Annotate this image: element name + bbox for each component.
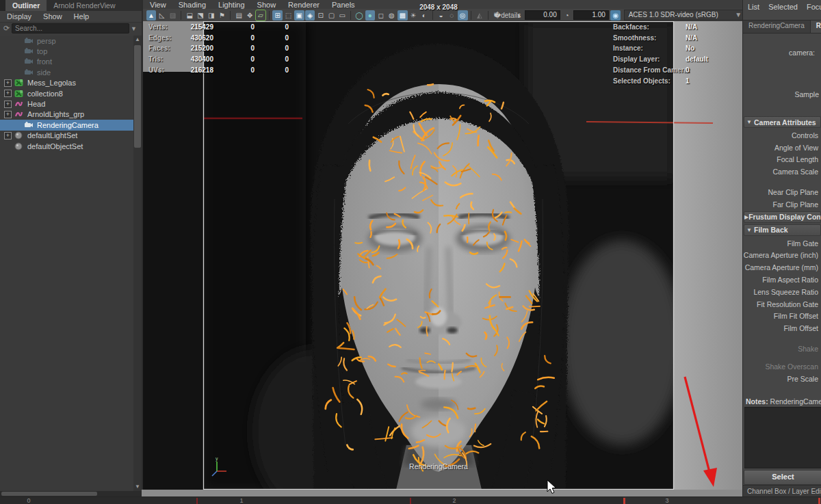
outliner-item-defaultobjectset[interactable]: defaultObjectSet: [0, 141, 133, 151]
ae-menu-focus[interactable]: Focus: [807, 3, 821, 11]
gate-mask-icon[interactable]: ◈: [305, 10, 315, 21]
attr-row-near-clip-plane[interactable]: Near Clip Plane: [743, 186, 821, 198]
attr-row-film-gate[interactable]: Film Gate: [743, 237, 821, 250]
camera-track-icon[interactable]: ⬔: [196, 10, 206, 21]
motion-blur-icon[interactable]: ◌: [447, 10, 457, 21]
item-label: side: [37, 68, 51, 77]
gamma-icon[interactable]: ◔: [562, 10, 572, 21]
attr-row-film-offset[interactable]: Film Offset: [743, 322, 821, 334]
outliner-vertical-scrollbar[interactable]: ▲ ▼: [133, 36, 142, 491]
attr-row-controls[interactable]: Controls: [743, 129, 821, 142]
scrollbar-handle[interactable]: [134, 45, 141, 148]
smooth-shade-icon[interactable]: ●: [365, 10, 376, 21]
ae-tab-rend[interactable]: Rend: [811, 21, 821, 33]
paint-select-icon[interactable]: ▨: [168, 10, 178, 21]
attr-row-fit-resolution-gate[interactable]: Fit Resolution Gate: [743, 298, 821, 310]
select-tool-icon[interactable]: ▲: [146, 10, 157, 21]
exposure-field[interactable]: 0.00: [525, 10, 560, 20]
resolution-gate-icon[interactable]: ▣: [294, 10, 304, 21]
lighting-icon[interactable]: ☀: [408, 10, 419, 21]
attr-row-shake[interactable]: Shake: [743, 343, 821, 355]
expand-icon[interactable]: +: [4, 111, 12, 118]
grid-icon[interactable]: ⊞: [272, 10, 283, 21]
outliner-item-collection8[interactable]: +collection8: [0, 88, 133, 98]
expand-icon[interactable]: +: [4, 101, 12, 108]
expand-icon[interactable]: +: [4, 132, 12, 140]
attr-row-focal-length[interactable]: Focal Length: [743, 154, 821, 166]
view-transform-dropdown[interactable]: ACES 1.0 SDR-video (sRGB)▼: [624, 10, 747, 21]
gamma-field[interactable]: 1.00: [573, 10, 608, 20]
section-header-film-back[interactable]: ▼Film Back: [744, 224, 821, 236]
outliner-item-persp[interactable]: persp: [0, 36, 133, 46]
notes-textarea[interactable]: [744, 407, 821, 468]
attr-row-angle-of-view[interactable]: Angle of View: [743, 142, 821, 154]
panel-grip[interactable]: [0, 0, 5, 11]
outliner-item-head[interactable]: +Head: [0, 98, 133, 109]
camera-dolly-icon[interactable]: ◨: [206, 10, 216, 21]
occlusion-icon[interactable]: ◒: [436, 10, 446, 21]
attr-row-film-fit-offset[interactable]: Film Fit Offset: [743, 310, 821, 323]
scroll-down-icon[interactable]: ▼: [133, 483, 142, 491]
field-chart-icon[interactable]: ⊡: [315, 10, 326, 21]
outliner-item-arnoldlights_grp[interactable]: +ArnoldLights_grp: [0, 109, 133, 120]
image-plane-icon[interactable]: ▤: [234, 10, 244, 21]
safe-title-icon[interactable]: ▭: [337, 10, 348, 21]
channel-box-layer-editor-button[interactable]: Channel Box / Layer Editor: [743, 485, 821, 497]
color-management-icon[interactable]: ◉: [610, 10, 621, 21]
bounding-box-icon[interactable]: ◻: [376, 10, 386, 21]
bookmark-icon[interactable]: ⚑: [217, 10, 227, 21]
outliner-menu-help[interactable]: Help: [74, 12, 90, 21]
isolate-select-icon[interactable]: ◭: [475, 10, 485, 21]
attr-row-lens-squeeze-ratio[interactable]: Lens Squeeze Ratio: [743, 286, 821, 298]
attr-row-film-aspect-ratio[interactable]: Film Aspect Ratio: [743, 274, 821, 286]
outliner-item-front[interactable]: front: [0, 57, 133, 67]
outliner-item-side[interactable]: side: [0, 67, 133, 77]
ae-menu-list[interactable]: List: [748, 3, 759, 11]
outliner-tab-outliner[interactable]: Outliner: [5, 0, 47, 11]
ae-menu-selected[interactable]: Selected: [768, 3, 798, 11]
anti-alias-icon[interactable]: ◎: [458, 10, 468, 21]
film-gate-icon[interactable]: ⬚: [283, 10, 294, 21]
multi-cam-icon[interactable]: �details: [502, 10, 512, 21]
safe-action-icon[interactable]: ▢: [326, 10, 337, 21]
attr-row-far-clip-plane[interactable]: Far Clip Plane: [743, 198, 821, 211]
expand-icon[interactable]: +: [4, 90, 12, 97]
select-button[interactable]: Select: [744, 470, 821, 485]
outliner-tab-arnold-renderview[interactable]: Arnold RenderView: [47, 0, 122, 11]
scrollbar-handle[interactable]: [1, 492, 97, 496]
section-header-camera-attributes[interactable]: ▼Camera Attributes: [744, 116, 821, 128]
textured-icon[interactable]: ◍: [387, 10, 397, 21]
outliner-item-top[interactable]: top: [0, 46, 133, 56]
scroll-up-icon[interactable]: ▲: [133, 36, 142, 44]
exposure-icon[interactable]: ◑: [513, 10, 523, 21]
outliner-item-mess_legolas[interactable]: +Mess_Legolas: [0, 78, 133, 88]
attr-row-camera-aperture-inch-[interactable]: Camera Aperture (inch): [743, 250, 821, 262]
expand-icon[interactable]: +: [4, 79, 12, 87]
filter-icon[interactable]: ⟳: [1, 24, 12, 33]
search-input[interactable]: [12, 23, 129, 34]
grease-pencil-icon[interactable]: ▱: [256, 10, 266, 21]
ae-tab-renderingcamera[interactable]: RenderingCamera: [743, 21, 811, 33]
time-slider[interactable]: 0123: [0, 496, 821, 504]
camera-tumble-icon[interactable]: ⬓: [185, 10, 195, 21]
outliner-item-defaultlightset[interactable]: +defaultLightSet: [0, 131, 133, 141]
attr-row-camera-scale[interactable]: Camera Scale: [743, 165, 821, 178]
outliner-menu-display[interactable]: Display: [7, 12, 31, 21]
outliner-item-renderingcamera[interactable]: RenderingCamera: [0, 120, 133, 130]
viewport-3d-scene[interactable]: y: [143, 21, 744, 490]
viewport-menu-shading[interactable]: Shading: [179, 1, 206, 9]
transform-icon: [14, 110, 24, 118]
outliner-horizontal-scrollbar[interactable]: [0, 491, 142, 496]
viewport-menu-view[interactable]: View: [150, 1, 166, 9]
default-material-icon[interactable]: ▩: [398, 10, 408, 21]
wireframe-icon[interactable]: ◯: [354, 10, 365, 21]
lasso-tool-icon[interactable]: ◺: [157, 10, 167, 21]
outliner-menu-show[interactable]: Show: [43, 12, 62, 21]
attr-row-pre-scale[interactable]: Pre Scale: [743, 373, 821, 385]
chevron-down-icon[interactable]: ▼: [131, 25, 139, 32]
shadows-icon[interactable]: ◐: [419, 10, 429, 21]
attr-row-shake-overscan[interactable]: Shake Overscan: [743, 360, 821, 373]
attr-row-camera-aperture-mm-[interactable]: Camera Aperture (mm): [743, 261, 821, 274]
pan-zoom-icon[interactable]: ✥: [245, 10, 255, 21]
section-header-frustum-display-cont[interactable]: ▶Frustum Display Cont: [744, 211, 821, 223]
